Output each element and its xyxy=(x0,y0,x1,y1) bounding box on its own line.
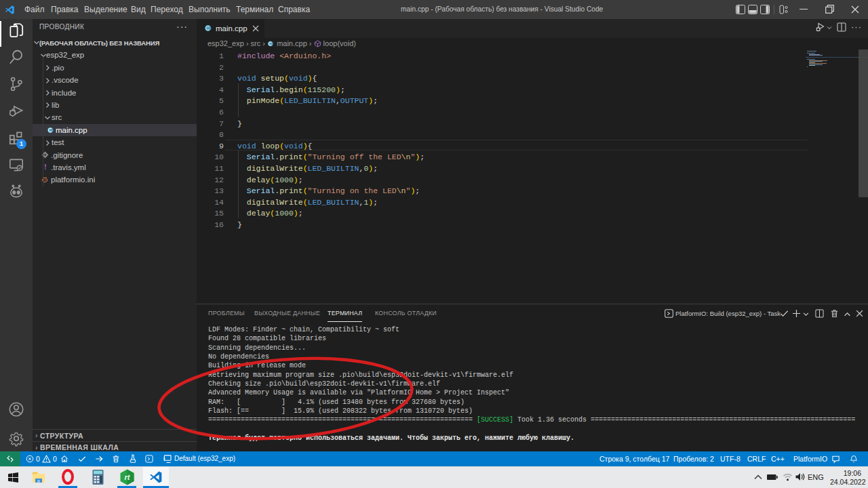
svg-text:!: ! xyxy=(44,163,46,171)
svg-text:rt: rt xyxy=(125,473,131,481)
